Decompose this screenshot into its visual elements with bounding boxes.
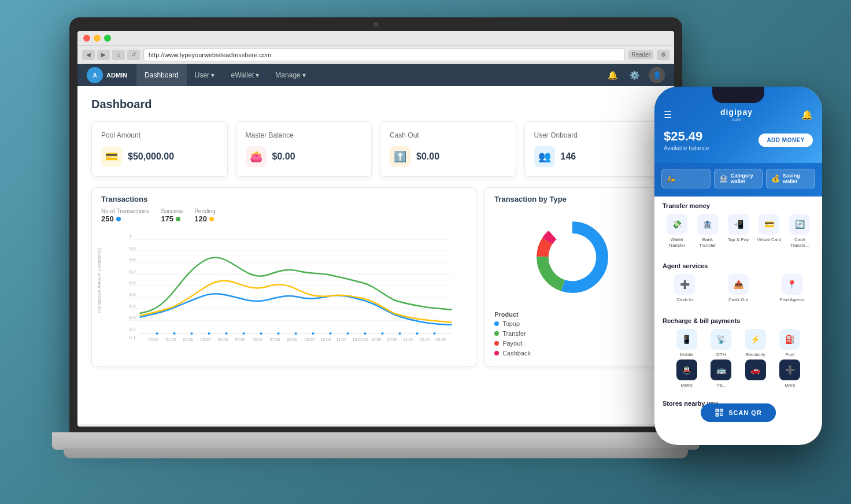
laptop-base-bottom bbox=[64, 448, 688, 458]
home-button[interactable]: ⌂ bbox=[112, 50, 125, 60]
nav-manage[interactable]: Manage ▾ bbox=[267, 64, 314, 86]
svg-rect-65 bbox=[722, 413, 723, 414]
cash-out-item[interactable]: 📤 Cash-Out bbox=[716, 274, 761, 303]
svg-text:0.8: 0.8 bbox=[130, 257, 136, 262]
dashboard-content: Dashboard Pool Amount 💳 $50,000.00 Maste… bbox=[77, 86, 674, 424]
virtual-card-item[interactable]: 💳 Virtual Card bbox=[755, 214, 783, 248]
master-balance-value: $0.00 bbox=[272, 151, 295, 162]
back-button[interactable]: ◀ bbox=[82, 50, 95, 60]
notification-bell-icon[interactable]: 🔔 bbox=[801, 109, 813, 120]
laptop-bezel: ◀ ▶ ⌂ ↺ http://www.typeyourwebsiteadress… bbox=[69, 17, 682, 433]
transactions-line-chart: 1 0.9 0.8 0.7 0.6 0.5 0.4 0.3 0.2 0.1 bbox=[104, 228, 476, 343]
electricity-label: Electricity bbox=[746, 352, 765, 358]
svg-text:0.6: 0.6 bbox=[130, 280, 136, 286]
brand-name: digipay bbox=[720, 108, 753, 117]
master-balance-label: Master Balance bbox=[246, 131, 362, 139]
reader-button[interactable]: Reader bbox=[628, 50, 653, 59]
transactions-chart-title: Transactions bbox=[92, 188, 476, 208]
close-button[interactable] bbox=[83, 35, 90, 42]
balance-label: Available balance bbox=[664, 145, 709, 151]
recharge-section: Recharge & bill payments 📱 Mobile 📡 DTH … bbox=[654, 312, 822, 395]
hamburger-icon[interactable]: ☰ bbox=[664, 109, 672, 120]
donut-chart bbox=[529, 214, 616, 301]
nav-dashboard[interactable]: Dashboard bbox=[136, 64, 187, 86]
balance-section: $25.49 Available balance ADD MONEY bbox=[664, 129, 813, 151]
svg-text:21:00: 21:00 bbox=[404, 338, 414, 342]
fullscreen-button[interactable] bbox=[104, 35, 111, 42]
wallet-tab-saving[interactable]: 💰 Saving wallet bbox=[766, 169, 815, 188]
recharge-section-title: Recharge & bill payments bbox=[663, 317, 814, 324]
svg-rect-64 bbox=[720, 413, 721, 414]
svg-text:0.1: 0.1 bbox=[130, 335, 136, 340]
dth-item[interactable]: 📡 DTH bbox=[705, 329, 738, 358]
svg-text:07:00: 07:00 bbox=[270, 338, 280, 342]
bank-transfer-item[interactable]: 🏦 Bank Transfer bbox=[693, 214, 722, 248]
reload-button[interactable]: ↺ bbox=[127, 50, 140, 60]
chart-legend: Topup Transfer Payout bbox=[485, 320, 660, 366]
laptop: ◀ ▶ ⌂ ↺ http://www.typeyourwebsiteadress… bbox=[69, 17, 694, 491]
user-onboard-label: User Onboard bbox=[534, 131, 651, 139]
svg-text:1: 1 bbox=[130, 234, 132, 239]
pending-stat: Pending 120 bbox=[194, 208, 216, 223]
more-item[interactable]: ➕ More bbox=[774, 360, 806, 388]
travel-label: Tra... bbox=[716, 383, 726, 388]
minimize-button[interactable] bbox=[94, 35, 101, 42]
cash-out-card: Cash Out ⬆️ $0.00 bbox=[380, 121, 516, 177]
find-agents-icon: 📍 bbox=[782, 274, 802, 295]
wallet-tab-category[interactable]: 🏦 Category wallet bbox=[714, 169, 763, 188]
metro-item[interactable]: 🚇 Metro bbox=[671, 360, 703, 388]
user-avatar[interactable]: 👤 bbox=[649, 67, 665, 83]
admin-label: ADMIN bbox=[106, 72, 127, 79]
svg-point-29 bbox=[330, 332, 332, 335]
metro-icon: 🚇 bbox=[676, 360, 697, 380]
page-title: Dashboard bbox=[91, 98, 660, 111]
transfer-label: Transfer bbox=[502, 330, 526, 337]
stats-row: Pool Amount 💳 $50,000.00 Master Balance … bbox=[91, 121, 660, 177]
master-balance-icon: 👛 bbox=[246, 146, 267, 167]
scan-qr-button[interactable]: SCAN QR bbox=[701, 403, 776, 422]
pool-amount-card: Pool Amount 💳 $50,000.00 bbox=[91, 121, 228, 177]
forward-button[interactable]: ▶ bbox=[97, 50, 110, 60]
svg-text:01:00: 01:00 bbox=[166, 338, 176, 342]
settings-button[interactable]: ⚙ bbox=[657, 50, 669, 60]
wallet-transfer-item[interactable]: 💸 Wallet Transfer bbox=[663, 214, 691, 248]
dth-icon: 📡 bbox=[711, 329, 731, 350]
user-onboard-value: 146 bbox=[561, 151, 576, 162]
user-onboard-icon: 👥 bbox=[534, 146, 555, 167]
cash-transfer-item[interactable]: 🔄 Cash Transfe... bbox=[786, 214, 814, 248]
car-item[interactable]: 🚗 bbox=[739, 360, 772, 388]
fuel-icon: ⛽ bbox=[779, 329, 800, 350]
add-money-button[interactable]: ADD MONEY bbox=[758, 134, 813, 147]
travel-item[interactable]: 🚌 Tra... bbox=[705, 360, 738, 388]
master-balance-card: Master Balance 👛 $0.00 bbox=[236, 121, 372, 177]
travel-icon: 🚌 bbox=[711, 360, 731, 380]
settings-icon[interactable]: ⚙️ bbox=[627, 68, 642, 83]
payout-dot bbox=[494, 341, 499, 346]
notification-icon[interactable]: 🔔 bbox=[605, 68, 620, 83]
find-agents-label: Find Agents bbox=[780, 297, 804, 303]
fuel-item[interactable]: ⛽ Fuel bbox=[774, 329, 806, 358]
qr-code-icon bbox=[715, 408, 724, 417]
svg-point-21 bbox=[191, 332, 193, 335]
svg-text:22:00: 22:00 bbox=[420, 338, 430, 342]
electricity-item[interactable]: ⚡ Electricity bbox=[739, 329, 772, 358]
nav-user[interactable]: User ▾ bbox=[187, 64, 223, 86]
url-text: http://www.typeyourwebsiteadresshere.com bbox=[149, 51, 271, 58]
svg-rect-61 bbox=[716, 410, 717, 411]
tap-pay-icon: 📲 bbox=[728, 214, 749, 235]
find-agents-item[interactable]: 📍 Find Agents bbox=[769, 274, 814, 303]
phone-scroll-area: Transfer money 💸 Wallet Transfer 🏦 Bank … bbox=[654, 197, 822, 439]
bank-transfer-icon: 🏦 bbox=[697, 214, 718, 235]
mobile-icon: 📱 bbox=[676, 329, 697, 350]
nav-ewallet[interactable]: eWallet ▾ bbox=[223, 64, 267, 86]
nav-icons: 🔔 ⚙️ 👤 bbox=[605, 67, 665, 83]
wallet-tab-scooter[interactable]: 🛵 bbox=[661, 169, 711, 188]
legend-transfer: Transfer bbox=[494, 330, 650, 337]
svg-point-27 bbox=[295, 332, 297, 335]
url-bar[interactable]: http://www.typeyourwebsiteadresshere.com bbox=[143, 49, 625, 61]
transactions-chart-card: Transactions No of Transactions 250 Suc bbox=[91, 187, 476, 367]
mobile-item[interactable]: 📱 Mobile bbox=[671, 329, 703, 358]
cash-in-item[interactable]: ➕ Cash-In bbox=[663, 274, 707, 303]
tap-pay-item[interactable]: 📲 Tap & Pay bbox=[724, 214, 752, 248]
wallet-transfer-label: Wallet Transfer bbox=[663, 237, 691, 248]
